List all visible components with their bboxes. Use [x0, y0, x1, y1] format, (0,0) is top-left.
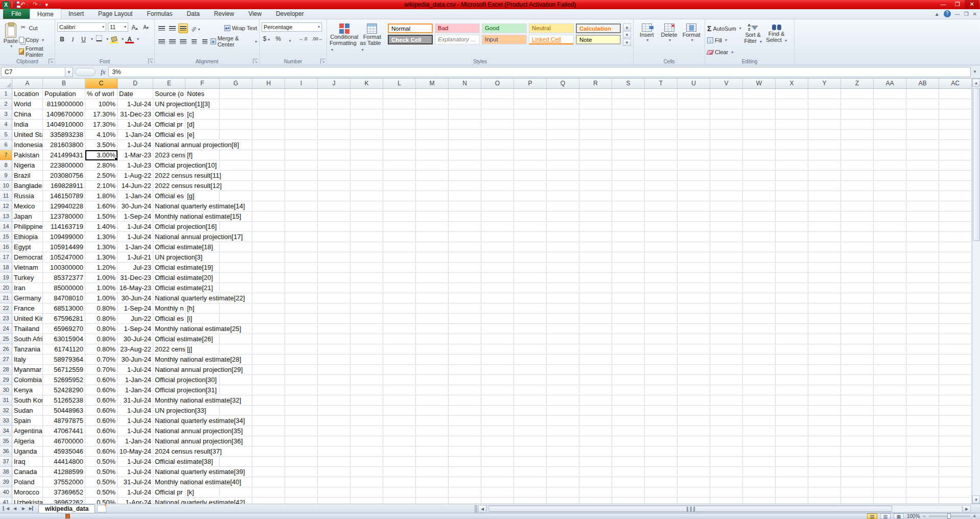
sheet-tab-wikipedia-data[interactable]: wikipedia_data [38, 504, 95, 513]
cell-S34[interactable] [612, 426, 645, 436]
cell-P16[interactable] [514, 242, 547, 252]
cell-H41[interactable] [252, 498, 285, 504]
cell-Y2[interactable] [808, 99, 841, 109]
cell-P30[interactable] [514, 385, 547, 395]
cell-Q5[interactable] [547, 130, 579, 140]
cell-T32[interactable] [645, 406, 678, 416]
cell-L28[interactable] [383, 365, 416, 375]
cell-R28[interactable] [579, 365, 612, 375]
cell-W8[interactable] [743, 160, 776, 171]
cell-S35[interactable] [612, 436, 645, 446]
cell-W7[interactable] [743, 150, 776, 160]
cell-E15[interactable]: National annual projection[17] [153, 232, 185, 242]
cell-Q35[interactable] [547, 436, 579, 446]
cell-V23[interactable] [710, 314, 743, 324]
cell-B41[interactable]: 36962262 [43, 498, 85, 504]
cell-O9[interactable] [481, 171, 514, 181]
cell-E17[interactable]: UN projection[3] [153, 252, 185, 263]
cell-K12[interactable] [351, 201, 383, 211]
cell-P22[interactable] [514, 303, 547, 314]
cell-P31[interactable] [514, 395, 547, 406]
cell-D7[interactable]: 1-Mar-23 [118, 150, 153, 160]
cell-AB6[interactable] [906, 140, 939, 150]
cell-A39[interactable]: Poland [12, 477, 43, 487]
autosum-button[interactable]: ΣAutoSum▾ [707, 23, 741, 34]
cell-L16[interactable] [383, 242, 416, 252]
cell-M31[interactable] [416, 395, 449, 406]
cell-Q27[interactable] [547, 355, 579, 365]
fill-color-button[interactable] [109, 34, 119, 44]
cell-K23[interactable] [351, 314, 383, 324]
cell-B36[interactable]: 45935046 [43, 446, 85, 457]
cell-M23[interactable] [416, 314, 449, 324]
cell-C27[interactable]: 0.70% [85, 355, 118, 365]
cell-X34[interactable] [776, 426, 808, 436]
cell-E1[interactable]: Source (o [153, 89, 185, 99]
cell-A18[interactable]: Vietnam [12, 263, 43, 273]
cell-S20[interactable] [612, 283, 645, 293]
cell-A1[interactable]: Location [12, 89, 43, 99]
cell-K6[interactable] [351, 140, 383, 150]
cell-AA8[interactable] [874, 160, 906, 171]
cell-P33[interactable] [514, 416, 547, 426]
cell-O23[interactable] [481, 314, 514, 324]
cell-I36[interactable] [285, 446, 318, 457]
cell-R23[interactable] [579, 314, 612, 324]
cell-P15[interactable] [514, 232, 547, 242]
row-header-31[interactable]: 31 [0, 395, 12, 406]
cell-E22[interactable]: Monthly n [153, 303, 185, 314]
cell-U3[interactable] [678, 109, 710, 120]
cell-Y37[interactable] [808, 457, 841, 467]
cell-A30[interactable]: Kenya [12, 385, 43, 395]
cell-I23[interactable] [285, 314, 318, 324]
styles-scroll-up-icon[interactable]: ▲ [623, 23, 631, 31]
cell-L15[interactable] [383, 232, 416, 242]
cell-F1[interactable]: Notes [185, 89, 220, 99]
cell-I41[interactable] [285, 498, 318, 504]
cell-D38[interactable]: 1-Jul-24 [118, 467, 153, 477]
cell-AC25[interactable] [939, 334, 972, 344]
cell-Y4[interactable] [808, 120, 841, 130]
cell-X32[interactable] [776, 406, 808, 416]
cell-D8[interactable]: 1-Jul-23 [118, 160, 153, 171]
cell-W21[interactable] [743, 293, 776, 303]
cell-AB30[interactable] [906, 385, 939, 395]
cell-D26[interactable]: 23-Aug-22 [118, 344, 153, 355]
row-header-3[interactable]: 3 [0, 109, 12, 120]
cell-T41[interactable] [645, 498, 678, 504]
row-header-29[interactable]: 29 [0, 375, 12, 385]
cell-H2[interactable] [252, 99, 285, 109]
cell-R25[interactable] [579, 334, 612, 344]
cell-M30[interactable] [416, 385, 449, 395]
cell-N1[interactable] [449, 89, 481, 99]
cell-I24[interactable] [285, 324, 318, 334]
cell-N14[interactable] [449, 222, 481, 232]
tab-view[interactable]: View [241, 9, 269, 19]
cell-I26[interactable] [285, 344, 318, 355]
cell-AA16[interactable] [874, 242, 906, 252]
cell-AB23[interactable] [906, 314, 939, 324]
cell-X16[interactable] [776, 242, 808, 252]
cell-A2[interactable]: World [12, 99, 43, 109]
cell-N22[interactable] [449, 303, 481, 314]
cell-AB12[interactable] [906, 201, 939, 211]
cell-H31[interactable] [252, 395, 285, 406]
cell-Q13[interactable] [547, 211, 579, 222]
column-header-Q[interactable]: Q [547, 79, 579, 89]
cell-M36[interactable] [416, 446, 449, 457]
cell-Z32[interactable] [841, 406, 874, 416]
normal-view-button[interactable]: ▤ [867, 513, 877, 519]
decrease-decimal-button[interactable]: .00→ [311, 34, 323, 43]
cell-C11[interactable]: 1.80% [85, 191, 118, 201]
cell-Z39[interactable] [841, 477, 874, 487]
cell-D1[interactable]: Date [118, 89, 153, 99]
column-header-R[interactable]: R [579, 79, 612, 89]
cell-AC37[interactable] [939, 457, 972, 467]
row-header-10[interactable]: 10 [0, 181, 12, 191]
cell-S32[interactable] [612, 406, 645, 416]
cell-AA17[interactable] [874, 252, 906, 263]
cell-J20[interactable] [318, 283, 351, 293]
cut-button[interactable]: ✂Cut [19, 22, 53, 34]
cell-C13[interactable]: 1.50% [85, 211, 118, 222]
cell-R8[interactable] [579, 160, 612, 171]
